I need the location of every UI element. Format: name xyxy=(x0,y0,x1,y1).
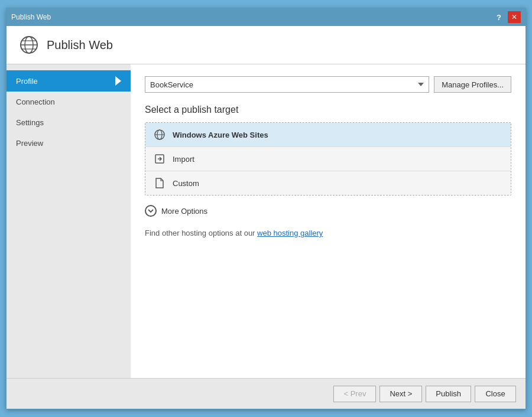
header-area: Publish Web xyxy=(7,26,525,64)
title-bar-text: Publish Web xyxy=(11,13,51,21)
main-panel: BookService Manage Profiles... Select a … xyxy=(131,64,525,378)
title-bar-left: Publish Web xyxy=(11,13,51,21)
select-target-title: Select a publish target xyxy=(145,105,511,115)
custom-file-icon xyxy=(154,177,166,189)
hosting-text-prefix: Find other hosting options at our xyxy=(145,229,257,237)
publish-web-dialog: Publish Web ? ✕ Publish Web Profile xyxy=(6,8,526,409)
sidebar-item-profile[interactable]: Profile xyxy=(7,70,131,92)
target-azure[interactable]: Windows Azure Web Sites xyxy=(145,123,511,147)
close-button[interactable]: Close xyxy=(475,386,516,402)
hosting-link[interactable]: web hosting gallery xyxy=(257,229,323,237)
header-title: Publish Web xyxy=(47,38,113,52)
sidebar: Profile Connection Settings Preview xyxy=(7,64,131,378)
profile-select[interactable]: BookService xyxy=(145,76,429,93)
target-custom[interactable]: Custom xyxy=(145,171,511,195)
hosting-text-row: Find other hosting options at our web ho… xyxy=(145,229,511,237)
target-import-label: Import xyxy=(173,155,194,164)
prev-button[interactable]: < Prev xyxy=(333,386,376,402)
sidebar-item-preview[interactable]: Preview xyxy=(7,133,131,154)
title-bar: Publish Web ? ✕ xyxy=(7,8,525,26)
sidebar-item-settings[interactable]: Settings xyxy=(7,112,131,133)
header-icon-wrapper xyxy=(18,34,40,56)
manage-profiles-button[interactable]: Manage Profiles... xyxy=(434,76,511,93)
sidebar-item-profile-label: Profile xyxy=(16,77,38,86)
sidebar-arrow-icon xyxy=(115,76,121,86)
more-options-icon xyxy=(145,205,157,217)
more-options-label: More Options xyxy=(161,207,207,216)
profile-row: BookService Manage Profiles... xyxy=(145,76,511,93)
footer: < Prev Next > Publish Close xyxy=(7,378,525,409)
import-icon xyxy=(154,153,166,165)
azure-icon xyxy=(154,129,166,141)
more-options-row[interactable]: More Options xyxy=(145,205,511,217)
title-bar-controls: ? ✕ xyxy=(492,11,521,23)
sidebar-item-connection[interactable]: Connection xyxy=(7,92,131,112)
content-area: Profile Connection Settings Preview Book… xyxy=(7,64,525,378)
close-title-button[interactable]: ✕ xyxy=(508,11,521,23)
next-button[interactable]: Next > xyxy=(379,386,422,402)
target-import[interactable]: Import xyxy=(145,147,511,171)
publish-targets-list: Windows Azure Web Sites Import xyxy=(145,122,511,196)
publish-button[interactable]: Publish xyxy=(426,386,471,402)
sidebar-item-settings-label: Settings xyxy=(16,118,44,127)
help-button[interactable]: ? xyxy=(492,11,505,23)
target-custom-label: Custom xyxy=(173,179,199,188)
globe-icon xyxy=(20,35,38,54)
sidebar-item-preview-label: Preview xyxy=(16,139,43,148)
target-azure-label: Windows Azure Web Sites xyxy=(173,131,268,139)
sidebar-item-connection-label: Connection xyxy=(16,97,55,106)
